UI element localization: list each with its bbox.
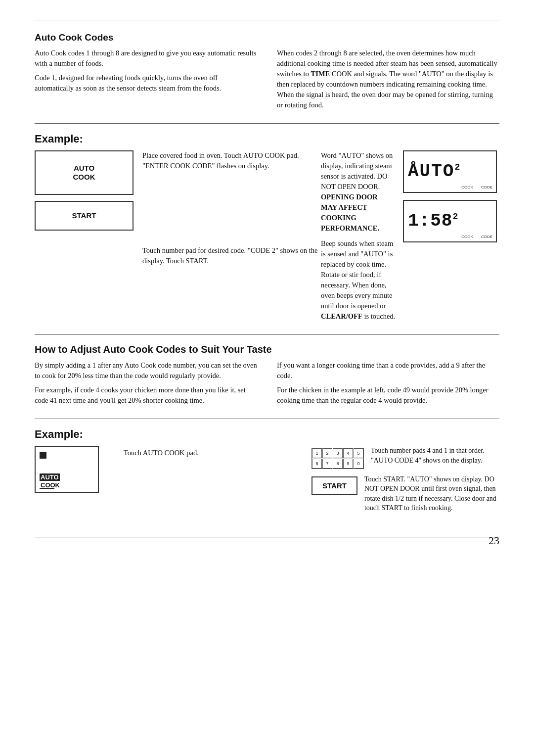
section1-left-para1: Auto Cook codes 1 through 8 are designed… [35,48,257,69]
page-number: 23 [489,534,499,547]
clear-off-bold: CLEAR/OFF [321,312,362,320]
section1-title: Auto Cook Codes [35,32,499,43]
display-auto: ÅUTO2 COOK CODE [403,150,497,193]
display-time-labels: COOK CODE [461,235,492,239]
display-auto-text: ÅUTO2 [408,163,461,181]
section2-left-para2: For example, if code 4 cooks your chicke… [35,385,257,406]
numpad[interactable]: 1 2 3 4 5 6 7 8 9 0 [312,448,364,469]
rule-after-section2 [35,419,499,419]
numpad-key-2[interactable]: 2 [322,448,332,458]
section2-right-para2: For the chicken in the example at left, … [277,385,499,406]
example2-right-top-text: Touch number pads 4 and 1 in that order.… [371,446,499,465]
numpad-key-1[interactable]: 1 [312,448,322,458]
example2-right-bottom-row: START Touch START. "AUTO" shows on displ… [312,474,499,517]
example1-mid-top: Place covered food in oven. Touch AUTO C… [142,150,321,236]
rule-after-section1 [35,123,499,124]
display-time: 1:582 COOK CODE [403,200,497,242]
section2-right-para1: If you want a longer cooking time than a… [277,360,499,381]
example1-right-area: Word "AUTO" shows on display, indicating… [321,150,499,326]
numpad-key-9[interactable]: 9 [343,459,353,469]
top-rule [35,20,499,20]
cursor-line [40,488,54,489]
page: Auto Cook Codes Auto Cook codes 1 throug… [0,0,534,567]
section-auto-cook-codes: Auto Cook Codes Auto Cook codes 1 throug… [35,32,499,114]
example2-section: Example: AUTO COOK Touch AUTO COOK pad. [35,428,499,517]
example1-descriptions: Place covered food in oven. Touch AUTO C… [134,150,321,326]
example1-right-texts: Word "AUTO" shows on display, indicating… [321,150,396,326]
example2-right: 1 2 3 4 5 6 7 8 9 0 Touch number pads 4 … [312,446,499,517]
section-adjust: How to Adjust Auto Cook Codes to Suit Yo… [35,344,499,410]
example1-buttons: AUTOCOOK START [35,150,134,326]
display-time-cook-label: COOK [461,235,473,239]
section2-left-para1: By simply adding a 1 after any Auto Cook… [35,360,257,381]
section2-columns: By simply adding a 1 after any Auto Cook… [35,360,499,410]
numpad-key-7[interactable]: 7 [322,459,332,469]
opening-door-bold: OPENING DOOR MAY AFFECT COOKING PERFORMA… [321,193,379,232]
rule-after-example1 [35,334,499,335]
example1-displays: ÅUTO2 COOK CODE 1:582 COOK CODE [400,150,499,326]
numpad-key-5[interactable]: 5 [354,448,363,458]
button-indicator [40,452,46,459]
example1-right-top-text: Word "AUTO" shows on display, indicating… [321,150,396,234]
section2-left-col: By simply adding a 1 after any Auto Cook… [35,360,257,410]
section1-left-para2: Code 1, designed for reheating foods qui… [35,73,257,94]
section2-right-col: If you want a longer cooking time than a… [277,360,499,410]
example2-mid-text: Touch AUTO COOK pad. [124,446,302,462]
example1-mid-bottom: Touch number pad for desired code. "CODE… [142,245,321,326]
example2-right-bottom-text: Touch START. "AUTO" shows on display. DO… [364,474,499,513]
numpad-key-3[interactable]: 3 [333,448,343,458]
example1-right-bottom-text: Beep sounds when steam is sensed and "AU… [321,238,396,322]
example1-top-text: Place covered food in oven. Touch AUTO C… [142,150,321,171]
example2-auto-cook-button[interactable]: AUTO COOK [35,446,99,493]
example2-left: AUTO COOK [35,446,114,493]
example2-title: Example: [35,428,499,441]
display-time-code-label: CODE [481,235,492,239]
section2-title: How to Adjust Auto Cook Codes to Suit Yo… [35,344,499,355]
example1-bottom-text: Touch number pad for desired code. "CODE… [142,245,321,266]
example2-touch-text: Touch AUTO COOK pad. [124,448,302,458]
display-auto-code-label: CODE [481,185,492,189]
example2-right-top-row: 1 2 3 4 5 6 7 8 9 0 Touch number pads 4 … [312,446,499,469]
example2-start-button[interactable]: START [312,476,357,495]
display-time-text: 1:582 [408,212,458,230]
start-button[interactable]: START [35,201,134,231]
example2-grid: AUTO COOK Touch AUTO COOK pad. 1 2 [35,446,499,517]
auto-label-bg: AUTO [40,473,60,481]
example2-button-label: AUTO COOK [40,473,94,489]
section1-right-para1: When codes 2 through 8 are selected, the… [277,48,499,110]
numpad-key-4[interactable]: 4 [343,448,353,458]
section1-left-col: Auto Cook codes 1 through 8 are designed… [35,48,257,114]
time-cook-bold: TIME [311,70,330,78]
example1-grid: AUTOCOOK START Place covered food in ove… [35,150,499,326]
section1-columns: Auto Cook codes 1 through 8 are designed… [35,48,499,114]
numpad-key-6[interactable]: 6 [312,459,322,469]
display-auto-labels: COOK CODE [461,185,492,189]
example1-section: Example: AUTOCOOK START Place covered fo… [35,133,499,326]
bottom-rule [35,537,499,537]
numpad-key-8[interactable]: 8 [333,459,343,469]
example1-title: Example: [35,133,499,145]
numpad-key-0[interactable]: 0 [354,459,363,469]
section1-right-col: When codes 2 through 8 are selected, the… [277,48,499,114]
display-auto-cook-label: COOK [461,185,473,189]
auto-cook-button[interactable]: AUTOCOOK [35,150,134,195]
